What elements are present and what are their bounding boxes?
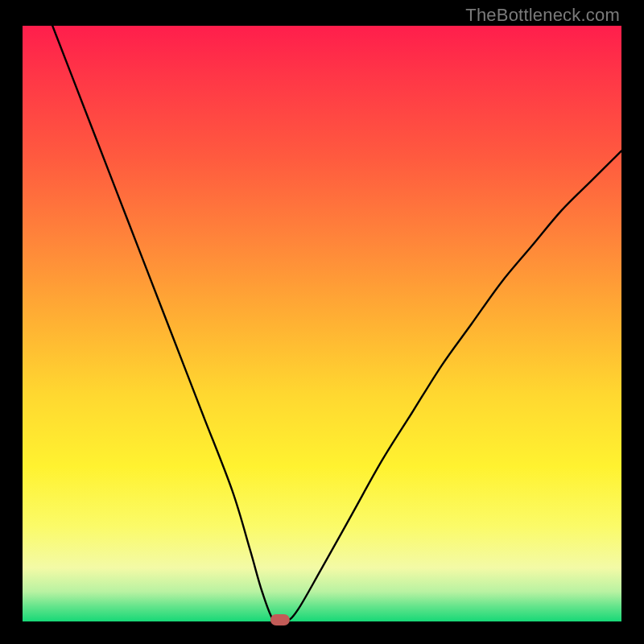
chart-frame: TheBottleneck.com	[0, 0, 644, 644]
watermark-text: TheBottleneck.com	[465, 5, 620, 26]
minimum-marker	[270, 614, 290, 625]
bottleneck-curve	[52, 26, 621, 624]
plot-area	[23, 26, 621, 621]
curve-svg	[23, 26, 621, 621]
